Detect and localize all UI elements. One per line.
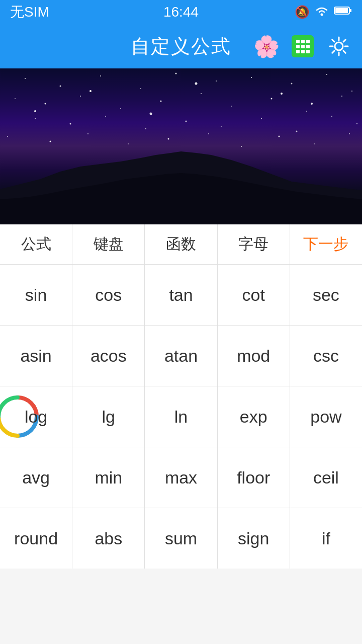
grid-row-4: avg min max floor ceil <box>0 447 362 508</box>
battery-icon <box>334 6 352 19</box>
calculator-button[interactable] <box>290 33 316 59</box>
svg-point-42 <box>356 123 357 124</box>
grid-row-2: asin acos atan mod csc <box>0 326 362 386</box>
wifi-icon <box>315 5 329 19</box>
calculator-icon <box>292 35 314 57</box>
tab-bar: 公式 键盘 函数 字母 下一步 <box>0 224 362 265</box>
svg-point-45 <box>87 133 88 134</box>
svg-point-24 <box>45 103 46 105</box>
func-cot[interactable]: cot <box>218 265 290 325</box>
svg-point-18 <box>216 80 217 82</box>
page-title: 自定义公式 <box>131 34 231 59</box>
func-abs[interactable]: abs <box>72 508 145 569</box>
func-sin[interactable]: sin <box>0 265 72 325</box>
func-sign[interactable]: sign <box>218 508 290 569</box>
svg-point-58 <box>311 103 313 105</box>
svg-point-57 <box>150 113 152 115</box>
svg-point-0 <box>321 14 323 16</box>
svg-point-22 <box>351 91 352 92</box>
status-bar: 无SIM 16:44 🔕 <box>0 0 362 24</box>
svg-point-33 <box>35 118 36 119</box>
svg-point-54 <box>195 83 198 85</box>
svg-point-23 <box>15 98 16 99</box>
func-csc[interactable]: csc <box>290 326 362 386</box>
func-if[interactable]: if <box>290 508 362 569</box>
func-lg[interactable]: lg <box>72 386 145 447</box>
gear-icon <box>328 35 350 57</box>
title-action-icons: 🌸 <box>253 33 352 59</box>
func-tan[interactable]: tan <box>145 265 217 325</box>
tab-next[interactable]: 下一步 <box>290 224 362 264</box>
svg-point-50 <box>279 136 280 137</box>
svg-point-31 <box>306 111 307 112</box>
svg-point-26 <box>120 108 121 109</box>
svg-point-35 <box>105 116 106 117</box>
svg-point-36 <box>145 128 146 129</box>
func-log[interactable]: log <box>0 386 72 447</box>
svg-point-29 <box>231 106 232 107</box>
svg-point-39 <box>261 118 262 119</box>
svg-point-21 <box>326 74 327 75</box>
carrier-label: 无SIM <box>10 3 49 22</box>
func-floor[interactable]: floor <box>218 447 290 508</box>
svg-line-10 <box>343 51 345 53</box>
func-cos[interactable]: cos <box>72 265 145 325</box>
svg-point-4 <box>335 42 343 50</box>
func-ceil[interactable]: ceil <box>290 447 362 508</box>
notification-icon: 🔕 <box>295 5 310 19</box>
svg-point-27 <box>160 101 162 102</box>
flower-icon-button[interactable]: 🌸 <box>253 33 280 59</box>
func-exp[interactable]: exp <box>218 386 290 447</box>
tab-letters[interactable]: 字母 <box>218 224 290 264</box>
svg-point-55 <box>281 93 283 95</box>
svg-point-44 <box>50 141 51 142</box>
mountain-silhouette <box>0 144 362 224</box>
func-round[interactable]: round <box>0 508 72 569</box>
func-max[interactable]: max <box>145 447 217 508</box>
svg-line-9 <box>332 40 334 42</box>
grid-row-5: round abs sum sign if <box>0 508 362 569</box>
tab-keyboard[interactable]: 键盘 <box>72 224 145 264</box>
svg-point-19 <box>251 77 252 78</box>
tab-formula[interactable]: 公式 <box>0 224 72 264</box>
hero-image <box>0 68 362 224</box>
func-asin[interactable]: asin <box>0 326 72 386</box>
func-pow[interactable]: pow <box>290 386 362 447</box>
svg-point-28 <box>201 93 202 94</box>
settings-button[interactable] <box>326 33 352 59</box>
svg-line-11 <box>343 40 345 42</box>
time-label: 16:44 <box>163 4 199 20</box>
svg-point-16 <box>140 88 141 89</box>
func-atan[interactable]: atan <box>145 326 217 386</box>
title-bar: 自定义公式 🌸 <box>0 24 362 68</box>
svg-point-15 <box>100 75 101 76</box>
func-min[interactable]: min <box>72 447 145 508</box>
svg-point-52 <box>349 133 350 134</box>
svg-point-43 <box>7 136 8 137</box>
svg-line-12 <box>332 51 334 53</box>
tab-functions[interactable]: 函数 <box>145 224 217 264</box>
svg-point-56 <box>34 110 36 112</box>
svg-point-48 <box>208 133 209 134</box>
svg-point-53 <box>89 90 92 92</box>
svg-point-34 <box>70 123 71 125</box>
svg-rect-3 <box>335 8 348 13</box>
func-acos[interactable]: acos <box>72 326 145 386</box>
svg-point-32 <box>341 96 342 97</box>
func-avg[interactable]: avg <box>0 447 72 508</box>
func-mod[interactable]: mod <box>218 326 290 386</box>
status-right-icons: 🔕 <box>295 5 352 19</box>
grid-row-3: log lg ln exp pow <box>0 386 362 447</box>
func-ln[interactable]: ln <box>145 386 217 447</box>
func-sec[interactable]: sec <box>290 265 362 325</box>
svg-rect-2 <box>349 9 351 12</box>
svg-point-25 <box>80 96 81 97</box>
functions-grid: sin cos tan cot sec asin acos atan mod c… <box>0 265 362 569</box>
svg-point-47 <box>168 138 169 140</box>
func-sum[interactable]: sum <box>145 508 217 569</box>
svg-point-41 <box>331 116 332 117</box>
svg-point-17 <box>175 73 177 74</box>
svg-point-14 <box>60 86 61 87</box>
flower-icon: 🌸 <box>253 34 280 59</box>
grid-row-1: sin cos tan cot sec <box>0 265 362 326</box>
